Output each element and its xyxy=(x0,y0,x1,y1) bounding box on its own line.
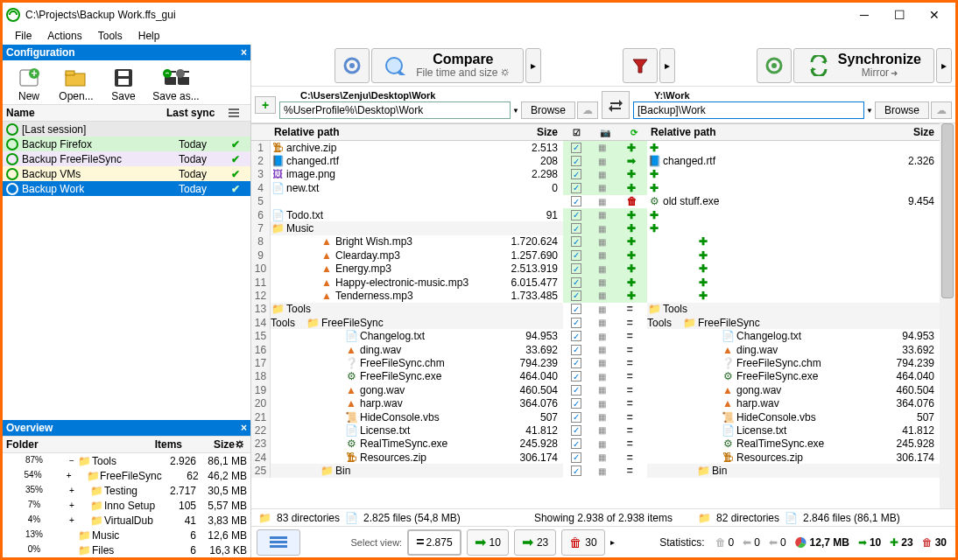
right-row[interactable]: 📄Changelog.txt94.953 xyxy=(647,329,940,342)
view-create-button[interactable]: ➡23 xyxy=(514,529,556,556)
middle-grid-body[interactable]: ✓▦✚✓▦➡✓▦✚✓▦✚✓▦🗑✓▦✚✓▦✚✓▦✚✓▦✚✓▦✚✓▦✚✓▦✚✓▦=✓… xyxy=(563,141,647,508)
cfg-head-name[interactable]: Name xyxy=(6,107,166,119)
overview-row[interactable]: 13%📁Music612,6 MB xyxy=(3,528,250,542)
right-row[interactable]: ✚ xyxy=(647,181,940,194)
config-row[interactable]: Backup FreeFileSyncToday✔ xyxy=(3,151,250,166)
action-row[interactable]: ✓▦= xyxy=(563,451,647,464)
left-cloud-button[interactable]: ☁ xyxy=(577,102,598,119)
right-relpath-header[interactable]: Relative path xyxy=(647,126,882,138)
view-equal-button[interactable]: = 2.875 xyxy=(407,529,461,556)
action-row[interactable]: ✓▦= xyxy=(563,438,647,451)
left-row[interactable]: 📘changed.rtf208 xyxy=(271,154,563,167)
sync-dropdown-button[interactable]: ▸ xyxy=(936,48,952,83)
right-row[interactable]: ✚ xyxy=(647,276,940,289)
left-row[interactable]: 📜HideConsole.vbs507 xyxy=(271,410,563,424)
action-row[interactable]: ✓▦✚ xyxy=(563,289,647,302)
left-row[interactable]: 📄Changelog.txt94.953 xyxy=(271,329,563,342)
left-row[interactable]: ▲Tenderness.mp31.733.485 xyxy=(271,289,563,302)
left-row[interactable]: 🗜Resources.zip306.174 xyxy=(271,451,563,464)
left-row[interactable]: 🖼image.png2.298 xyxy=(271,168,563,181)
right-row[interactable]: ▲ding.wav33.692 xyxy=(647,343,940,356)
ov-head-folder[interactable]: Folder xyxy=(6,438,138,451)
action-row[interactable]: ✓▦= xyxy=(563,396,647,410)
view-delete-button[interactable]: 🗑30 xyxy=(561,529,604,556)
cfg-head-cog-icon[interactable] xyxy=(228,107,247,119)
right-row[interactable]: ❔FreeFileSync.chm794.239 xyxy=(647,356,940,369)
config-row[interactable]: Backup VMsToday✔ xyxy=(3,166,250,181)
menu-tools[interactable]: Tools xyxy=(91,28,130,44)
right-row[interactable]: ⚙old stuff.exe9.454 xyxy=(647,195,940,208)
config-row[interactable]: Backup FirefoxToday✔ xyxy=(3,136,250,151)
action-row[interactable]: ✓▦➡ xyxy=(563,154,647,167)
right-row[interactable]: 📜HideConsole.vbs507 xyxy=(647,410,940,424)
action-row[interactable]: ✓▦✚ xyxy=(563,262,647,276)
left-row[interactable]: ▲gong.wav460.504 xyxy=(271,383,563,396)
right-row[interactable]: ⚙FreeFileSync.exe464.040 xyxy=(647,370,940,383)
filter-button[interactable] xyxy=(623,48,658,83)
config-row[interactable]: [Last session] xyxy=(3,122,250,136)
view-more-dropdown[interactable]: ▸ xyxy=(610,537,615,547)
action-row[interactable]: ✓▦✚ xyxy=(563,221,647,234)
right-row[interactable]: ✚ xyxy=(647,289,940,302)
right-row[interactable]: 📁Tools xyxy=(647,303,940,316)
view-toggle-button[interactable] xyxy=(257,529,300,556)
overview-row[interactable]: 0%📁Files616,3 KB xyxy=(3,542,250,557)
right-row[interactable]: Tools📁FreeFileSync xyxy=(647,316,940,329)
left-row[interactable]: ▲Happy-electronic-music.mp36.015.477 xyxy=(271,276,563,289)
left-row[interactable]: ▲Clearday.mp31.257.690 xyxy=(271,248,563,262)
menu-actions[interactable]: Actions xyxy=(40,28,88,44)
category-header-icon[interactable]: 📷 xyxy=(600,128,610,137)
overview-close-icon[interactable]: × xyxy=(241,422,247,434)
left-row[interactable]: Tools📁FreeFileSync xyxy=(271,316,563,329)
left-path-input[interactable] xyxy=(279,102,511,119)
compare-settings-button[interactable] xyxy=(335,48,370,83)
overview-row[interactable]: 4%+📁VirtualDub413,83 MB xyxy=(3,513,250,528)
vertical-scrollbar[interactable] xyxy=(940,123,955,508)
left-row[interactable]: ⚙FreeFileSync.exe464.040 xyxy=(271,370,563,383)
left-grid-body[interactable]: 🗜archive.zip2.513📘changed.rtf208🖼image.p… xyxy=(271,141,563,508)
left-row[interactable]: 🗜archive.zip2.513 xyxy=(271,141,563,154)
left-row[interactable] xyxy=(271,195,563,208)
action-row[interactable]: ✓▦✚ xyxy=(563,168,647,181)
ov-head-cog-icon[interactable]: ⛭ xyxy=(235,438,247,451)
right-row[interactable]: ✚ xyxy=(647,168,940,181)
action-row[interactable]: ✓▦= xyxy=(563,316,647,329)
left-row[interactable]: ❔FreeFileSync.chm794.239 xyxy=(271,356,563,369)
left-row[interactable]: 📄Todo.txt91 xyxy=(271,208,563,221)
right-row[interactable]: ✚ xyxy=(647,208,940,221)
right-row[interactable]: ▲gong.wav460.504 xyxy=(647,383,940,396)
cfg-saveas-button[interactable]: Save as... xyxy=(150,66,202,102)
left-row[interactable]: ▲harp.wav364.076 xyxy=(271,396,563,410)
action-row[interactable]: ✓▦🗑 xyxy=(563,195,647,208)
overview-row[interactable]: 54%+📁FreeFileSync6246,2 MB xyxy=(3,468,250,483)
action-row[interactable]: ✓▦= xyxy=(563,464,647,477)
right-row[interactable]: ✚ xyxy=(647,248,940,262)
checkbox-header-icon[interactable]: ☑ xyxy=(573,128,581,137)
swap-sides-button[interactable] xyxy=(602,91,630,119)
action-header-icon[interactable]: ⟳ xyxy=(630,128,637,137)
left-row[interactable]: ▲Bright Wish.mp31.720.624 xyxy=(271,235,563,248)
right-row[interactable]: 📘changed.rtf2.326 xyxy=(647,154,940,167)
left-row[interactable]: ⚙RealTimeSync.exe245.928 xyxy=(271,438,563,451)
left-row[interactable]: ▲ding.wav33.692 xyxy=(271,343,563,356)
compare-button[interactable]: Compare File time and size ⛭ xyxy=(371,48,523,83)
config-close-icon[interactable]: × xyxy=(241,46,247,59)
overview-list[interactable]: 87%−📁Tools2.92686,1 MB54%+📁FreeFileSync6… xyxy=(3,453,250,557)
action-row[interactable]: ✓▦✚ xyxy=(563,235,647,248)
filter-dropdown-button[interactable]: ▸ xyxy=(659,48,675,83)
ov-head-size[interactable]: Size xyxy=(182,438,235,451)
right-row[interactable]: ⚙RealTimeSync.exe245.928 xyxy=(647,438,940,451)
right-row[interactable]: ✚ xyxy=(647,221,940,234)
left-row[interactable]: 📁Tools xyxy=(271,303,563,316)
left-browse-button[interactable]: Browse xyxy=(521,102,575,119)
left-row[interactable]: ▲Energy.mp32.513.919 xyxy=(271,262,563,276)
close-button[interactable]: ✕ xyxy=(917,4,952,25)
right-row[interactable]: 🗜Resources.zip306.174 xyxy=(647,451,940,464)
action-row[interactable]: ✓▦= xyxy=(563,410,647,424)
right-browse-button[interactable]: Browse xyxy=(875,102,929,119)
right-path-dropdown-icon[interactable]: ▼ xyxy=(866,107,873,115)
sync-settings-button[interactable] xyxy=(757,48,792,83)
action-row[interactable]: ✓▦✚ xyxy=(563,141,647,154)
action-row[interactable]: ✓▦= xyxy=(563,303,647,316)
cfg-save-button[interactable]: Save xyxy=(102,66,144,102)
